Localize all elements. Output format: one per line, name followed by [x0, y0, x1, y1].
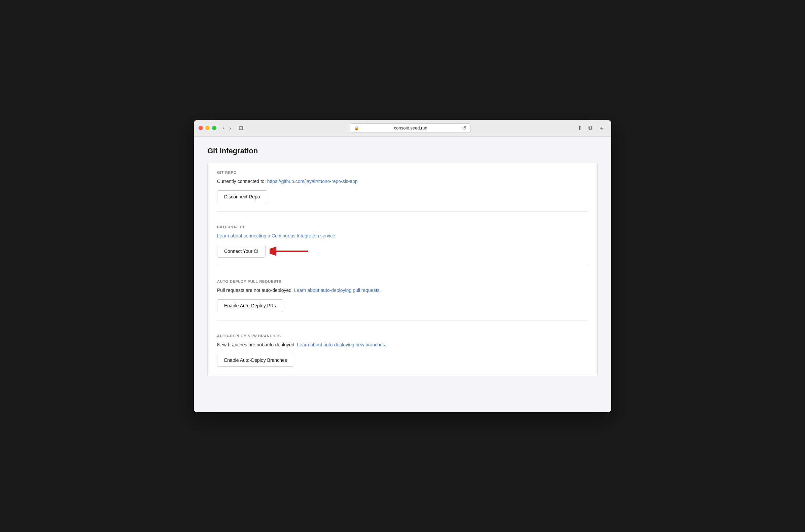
browser-window: ‹ › ⊡ 🔒 console.seed.run ↺ ⬆ ⧉ ＋ Git Int… — [194, 120, 611, 412]
share-button[interactable]: ⬆ — [575, 124, 584, 133]
minimize-button[interactable] — [205, 126, 210, 130]
close-button[interactable] — [199, 126, 203, 130]
traffic-lights — [199, 126, 216, 130]
url-text: console.seed.run — [361, 126, 460, 131]
auto-deploy-prs-label: AUTO-DEPLOY PULL REQUESTS — [217, 280, 588, 284]
enable-auto-deploy-prs-button[interactable]: Enable Auto-Deploy PRs — [217, 299, 283, 312]
auto-deploy-prs-section: AUTO-DEPLOY PULL REQUESTS Pull requests … — [217, 273, 588, 314]
forward-button[interactable]: › — [227, 125, 233, 132]
reload-button[interactable]: ↺ — [462, 125, 466, 131]
address-bar[interactable]: 🔒 console.seed.run ↺ — [350, 124, 471, 133]
new-tab-button[interactable]: ＋ — [597, 124, 606, 133]
page-title: Git Integration — [207, 147, 598, 155]
back-button[interactable]: ‹ — [221, 125, 226, 132]
arrow-icon — [270, 245, 310, 257]
lock-icon: 🔒 — [354, 126, 359, 131]
browser-actions: ⬆ ⧉ ＋ — [575, 124, 606, 133]
auto-deploy-prs-link[interactable]: Learn about auto-deploying pull requests… — [294, 287, 381, 293]
auto-deploy-branches-label: AUTO-DEPLOY NEW BRANCHES — [217, 334, 588, 338]
external-ci-link[interactable]: Learn about connecting a Continuous Inte… — [217, 233, 336, 239]
sidebar-toggle-button[interactable]: ⊡ — [236, 124, 245, 132]
git-repo-description-prefix: Currently connected to: — [217, 178, 267, 184]
main-card: GIT REPO Currently connected to: https:/… — [207, 162, 598, 376]
divider-3 — [217, 320, 588, 321]
disconnect-repo-button[interactable]: Disconnect Repo — [217, 190, 267, 203]
browser-content: Git Integration GIT REPO Currently conne… — [194, 136, 611, 412]
connect-ci-button[interactable]: Connect Your CI — [217, 245, 266, 258]
external-ci-label: EXTERNAL CI — [217, 225, 588, 229]
divider-1 — [217, 211, 588, 211]
auto-deploy-branches-link[interactable]: Learn about auto-deploying new branches. — [297, 342, 386, 347]
arrow-annotation — [270, 245, 310, 257]
git-repo-description: Currently connected to: https://github.c… — [217, 178, 588, 185]
maximize-button[interactable] — [212, 126, 216, 130]
address-bar-container: 🔒 console.seed.run ↺ — [249, 124, 572, 133]
auto-deploy-prs-prefix: Pull requests are not auto-deployed. — [217, 287, 294, 293]
browser-chrome: ‹ › ⊡ 🔒 console.seed.run ↺ ⬆ ⧉ ＋ — [194, 120, 611, 136]
external-ci-description: Learn about connecting a Continuous Inte… — [217, 232, 588, 240]
auto-deploy-branches-section: AUTO-DEPLOY NEW BRANCHES New branches ar… — [217, 327, 588, 368]
tab-manage-button[interactable]: ⧉ — [587, 124, 594, 132]
auto-deploy-prs-description: Pull requests are not auto-deployed. Lea… — [217, 287, 588, 294]
external-ci-section: EXTERNAL CI Learn about connecting a Con… — [217, 218, 588, 259]
connect-ci-row: Connect Your CI — [217, 245, 588, 258]
enable-auto-deploy-branches-button[interactable]: Enable Auto-Deploy Branches — [217, 354, 294, 366]
git-repo-section: GIT REPO Currently connected to: https:/… — [217, 171, 588, 205]
auto-deploy-branches-description: New branches are not auto-deployed. Lear… — [217, 341, 588, 348]
divider-2 — [217, 266, 588, 266]
git-repo-link[interactable]: https://github.com/jayair/mono-repo-sls-… — [267, 178, 358, 184]
nav-buttons: ‹ › — [221, 125, 233, 132]
git-repo-label: GIT REPO — [217, 171, 588, 174]
auto-deploy-branches-prefix: New branches are not auto-deployed. — [217, 342, 297, 347]
